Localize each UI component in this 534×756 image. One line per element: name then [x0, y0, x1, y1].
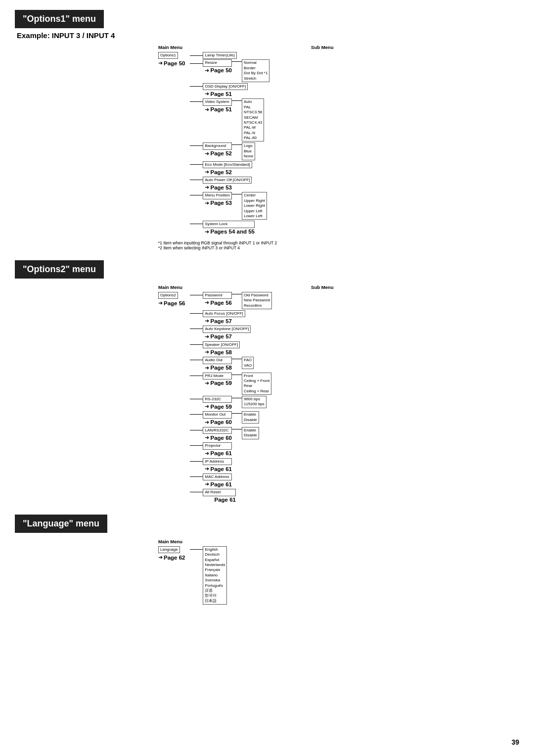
options1-subtitle: Example: INPUT 3 / INPUT 4 — [17, 31, 519, 40]
background-sub: LogoBlueNone — [242, 142, 255, 160]
language-mainbox: Language — [158, 546, 180, 553]
item-lan-rs232c: LAN/RS232C — [203, 427, 231, 434]
item-resize: Resize — [203, 59, 231, 66]
resize-page: Page 50 — [210, 67, 231, 73]
audio-out-page: Page 58 — [210, 365, 231, 371]
language-pageref: Page 62 — [164, 555, 185, 561]
eco-mode-page: Page 52 — [210, 169, 231, 175]
menu-position-sub: CenterUpper RightLower RightUpper LeftLo… — [242, 192, 267, 220]
rs232c-page: Page 59 — [210, 404, 231, 410]
mac-address-page: Page 61 — [210, 481, 231, 487]
auto-keystone-page: Page 57 — [210, 333, 231, 339]
speaker-page: Page 58 — [210, 349, 231, 355]
background-page: Page 52 — [210, 150, 231, 156]
options2-title: "Options2" menu — [15, 260, 104, 279]
prj-mode-sub: FrontCeiling + FrontRearCeiling + Rear — [242, 373, 271, 395]
options1-pageref: Page 50 — [164, 60, 185, 66]
main-menu-label-2: Main Menu — [158, 284, 182, 290]
options1-section: "Options1" menu Example: INPUT 3 / INPUT… — [15, 10, 519, 250]
item-eco-mode: Eco Mode [Eco/Standard] — [203, 161, 252, 168]
language-section: "Language" menu Main Menu Language ➜ Pag… — [15, 515, 519, 605]
options1-title: "Options1" menu — [15, 10, 104, 28]
lan-rs232c-page: Page 60 — [210, 435, 231, 441]
item-all-reset: All Reset — [203, 489, 235, 496]
auto-focus-page: Page 57 — [210, 318, 231, 324]
item-audio-out: Audio Out — [203, 357, 231, 364]
resize-sub: NormalBorderDot By Dot *1Stretch — [242, 59, 269, 82]
item-menu-position: Menu Position — [203, 192, 232, 199]
projector-page: Page 61 — [210, 450, 231, 456]
item-rs232c: RS-232C — [203, 396, 231, 403]
monitor-out-page: Page 60 — [210, 419, 231, 425]
sub-menu-label-2: Sub Menu — [311, 284, 333, 290]
language-title: "Language" menu — [15, 515, 107, 533]
item-video-system: Video System — [203, 98, 231, 105]
audio-out-sub: FAOVAO — [242, 357, 254, 369]
video-system-page: Page 51 — [210, 106, 231, 112]
all-reset-page: Page 61 — [210, 497, 235, 503]
password-page: Page 56 — [210, 300, 231, 306]
prj-mode-page: Page 59 — [210, 380, 231, 386]
language-sub: EnglishDeutschEspañolNederlandsFrançaisI… — [203, 546, 227, 605]
rs232c-sub: 9600 bps115200 bps — [242, 396, 267, 408]
item-mac-address: MAC Address — [203, 473, 231, 480]
options2-section: "Options2" menu Main Menu Sub Menu Optio… — [15, 260, 519, 505]
main-menu-label-1: Main Menu — [158, 45, 182, 50]
options2-mainbox: Options2 — [158, 292, 178, 299]
options1-mainbox: Options1 — [158, 52, 178, 59]
item-auto-power-off: Auto Power Off [ON/OFF] — [203, 177, 252, 184]
item-speaker: Speaker [ON/OFF] — [203, 341, 240, 348]
osd-page: Page 51 — [210, 91, 231, 97]
system-lock-page: Pages 54 and 55 — [210, 229, 255, 235]
sub-menu-label-1: Sub Menu — [311, 45, 333, 50]
item-password: Password — [203, 292, 231, 299]
item-ip-address: IP Address — [203, 458, 231, 465]
auto-power-page: Page 53 — [210, 185, 231, 190]
lan-rs232c-sub: EnableDisable — [242, 427, 259, 439]
main-menu-label-3: Main Menu — [158, 539, 182, 544]
item-background: Background — [203, 142, 231, 149]
menu-position-page: Page 53 — [210, 200, 231, 206]
video-system-sub: AutoPALNTSC3.58SECAMNTSC4.43PAL-MPAL-NPA… — [242, 98, 264, 142]
item-monitor-out: Monitor Out — [203, 411, 231, 418]
page-number: 39 — [511, 738, 519, 746]
item-auto-focus: Auto Focus [ON/OFF] — [203, 310, 245, 317]
item-system-lock: System Lock — [203, 221, 255, 228]
password-sub: Old PasswordNew PasswordReconfirm — [242, 292, 272, 309]
item-lamp-timer: Lamp Timer(Life) — [203, 52, 236, 59]
item-projector: Projector — [203, 442, 231, 449]
item-auto-keystone: Auto Keystone [ON/OFF] — [203, 326, 251, 332]
item-prj-mode: PRJ Mode — [203, 373, 231, 379]
page-container: "Options1" menu Example: INPUT 3 / INPUT… — [15, 10, 519, 605]
footnote-2: *2 Item when selecting INPUT 3 or INPUT … — [158, 245, 519, 250]
monitor-out-sub: EnableDisable — [242, 411, 259, 424]
ip-address-page: Page 61 — [210, 466, 231, 472]
item-osd: OSD Display [ON/OFF] — [203, 83, 248, 90]
options2-pageref: Page 56 — [164, 300, 185, 306]
footnote-1: *1 Item when inputting RGB signal throug… — [158, 240, 519, 245]
